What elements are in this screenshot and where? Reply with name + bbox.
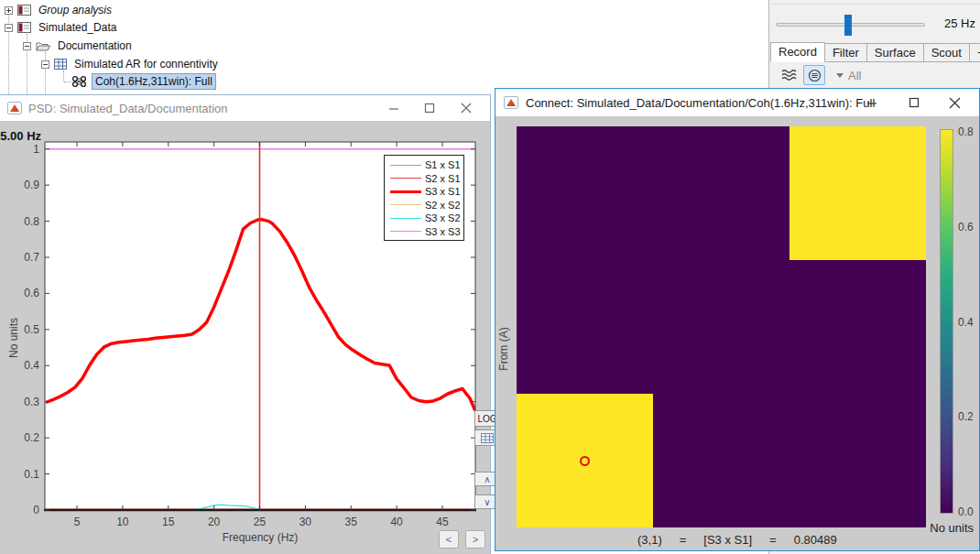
svg-text:20: 20: [208, 516, 221, 528]
connect-window-title: Connect: Simulated_Data/Documentation/Co…: [526, 96, 875, 110]
colorbar-tick-label: 0.8: [958, 125, 974, 138]
tab-add[interactable]: +: [969, 43, 980, 61]
psd-figure-area[interactable]: 5101520253035404500.10.20.30.40.50.60.70…: [0, 121, 490, 554]
frequency-slider-value: 25 Hz: [944, 16, 975, 30]
tree-item-group-analysis[interactable]: Group analysis: [5, 2, 114, 18]
connectivity-graph-icon: [71, 75, 87, 88]
legend-line-swatch: [390, 165, 421, 166]
cursor-frequency-label: 25.00 Hz: [0, 129, 41, 143]
svg-text:0.1: 0.1: [24, 468, 39, 481]
tab-filter[interactable]: Filter: [824, 43, 867, 61]
tree-item-simulated-ar[interactable]: Simulated AR for connentivity: [41, 56, 221, 72]
tree-item-documentation[interactable]: Documentation: [23, 38, 135, 54]
subject-icon: [17, 22, 31, 33]
tree-item-simulated-data[interactable]: Simulated_Data: [5, 19, 119, 36]
tree-connector: [64, 81, 71, 82]
heatmap-cell[interactable]: [789, 260, 926, 394]
svg-text:25: 25: [254, 516, 267, 528]
tree-item-label[interactable]: Documentation: [55, 38, 135, 53]
svg-text:0.9: 0.9: [24, 179, 39, 191]
heatmap-cell[interactable]: [517, 126, 653, 260]
montage-dropdown-label[interactable]: All: [848, 69, 861, 82]
legend-entry: S1 x S1: [385, 158, 463, 172]
legend-line-swatch: [390, 204, 421, 205]
connect-window: Connect: Simulated_Data/Documentation/Co…: [495, 88, 980, 551]
frequency-slider-handle[interactable]: [844, 15, 852, 36]
connectivity-heatmap[interactable]: [517, 126, 926, 527]
collapse-icon[interactable]: [41, 60, 49, 69]
heatmap-cell[interactable]: [653, 394, 789, 527]
svg-text:1: 1: [33, 143, 39, 156]
close-button[interactable]: [941, 89, 968, 116]
montage-icon: [808, 69, 822, 82]
legend-label: S1 x S1: [425, 159, 461, 170]
collapse-icon[interactable]: [23, 42, 31, 50]
psd-window: PSD: Simulated_Data/Documentation 510152…: [0, 94, 491, 554]
minimize-button[interactable]: [380, 95, 408, 121]
connectivity-figure-area[interactable]: From (A) 0.80.60.40.20.0 No units (3,1) …: [495, 116, 979, 550]
heatmap-cell[interactable]: [789, 126, 926, 260]
waves-icon[interactable]: [781, 68, 798, 82]
matlab-app-icon: [7, 102, 22, 114]
tree-item-label[interactable]: Simulated_Data: [36, 20, 119, 35]
next-page-button[interactable]: >: [465, 530, 485, 549]
expand-icon[interactable]: [5, 6, 13, 15]
tree-item-coh-file[interactable]: Coh(1.6Hz,311win): Full: [71, 73, 216, 90]
status-equals: =: [769, 533, 777, 547]
legend-entry: S3 x S3: [385, 225, 463, 239]
svg-text:0.2: 0.2: [24, 431, 39, 444]
status-cell-pair: [S3 x S1]: [703, 533, 752, 547]
folder-open-icon: [36, 40, 50, 51]
svg-text:30: 30: [299, 516, 312, 528]
tree-item-label-selected[interactable]: Coh(1.6Hz,311win): Full: [92, 73, 216, 90]
heatmap-cell[interactable]: [517, 260, 653, 394]
status-equals: =: [680, 533, 687, 547]
psd-y-axis-label: No units: [7, 310, 20, 365]
svg-text:0.4: 0.4: [24, 359, 39, 372]
tab-surface[interactable]: Surface: [866, 43, 924, 61]
close-button[interactable]: [452, 95, 480, 121]
svg-text:0.5: 0.5: [24, 323, 39, 336]
legend-label: S2 x S2: [425, 200, 461, 211]
montage-toggle-button[interactable]: [803, 65, 825, 85]
colorbar-tick-label: 0.6: [958, 221, 974, 234]
legend-label: S2 x S1: [425, 173, 461, 184]
legend-label: S3 x S2: [425, 212, 461, 223]
legend-line-swatch: [390, 190, 421, 193]
tree-item-label[interactable]: Simulated AR for connentivity: [71, 57, 221, 71]
tab-scout[interactable]: Scout: [923, 43, 970, 61]
heatmap-y-axis-label: From (A): [497, 321, 510, 376]
psd-window-title: PSD: Simulated_Data/Documentation: [28, 102, 228, 115]
svg-text:0.6: 0.6: [24, 287, 39, 299]
legend-label: S3 x S3: [425, 226, 461, 237]
svg-text:40: 40: [390, 516, 403, 528]
colorbar-units-label: No units: [930, 521, 974, 535]
maximize-button[interactable]: [900, 89, 928, 116]
minimize-button[interactable]: [858, 89, 886, 116]
legend-line-swatch: [390, 218, 421, 219]
colorbar[interactable]: [940, 129, 953, 514]
legend-entry: S2 x S1: [385, 172, 463, 186]
svg-text:0: 0: [33, 504, 39, 516]
grid-icon: [481, 433, 494, 443]
cell-status-readout: (3,1) = [S3 x S1] = 0.80489: [637, 533, 837, 547]
colorbar-tick-label: 0.0: [958, 505, 974, 518]
legend-entry: S2 x S2: [385, 199, 463, 212]
plot-legend: S1 x S1S2 x S1S3 x S1S2 x S2S3 x S2S3 x …: [384, 155, 464, 241]
record-toolbar: All: [770, 62, 980, 88]
maximize-button[interactable]: [416, 95, 443, 121]
tree-item-label[interactable]: Group analysis: [36, 3, 114, 17]
svg-text:0.8: 0.8: [24, 215, 39, 228]
svg-text:35: 35: [345, 516, 358, 528]
status-cell-coords: (3,1): [637, 533, 662, 547]
heatmap-cell[interactable]: [789, 394, 926, 527]
tab-record[interactable]: Record: [770, 42, 825, 62]
collapse-icon[interactable]: [5, 24, 13, 32]
svg-text:0.3: 0.3: [24, 396, 39, 408]
chevron-down-icon[interactable]: [836, 73, 844, 78]
heatmap-cell[interactable]: [653, 260, 789, 394]
subject-icon: [17, 5, 31, 16]
prev-page-button[interactable]: <: [439, 530, 459, 549]
svg-text:5: 5: [74, 516, 81, 528]
heatmap-cell[interactable]: [653, 126, 789, 260]
